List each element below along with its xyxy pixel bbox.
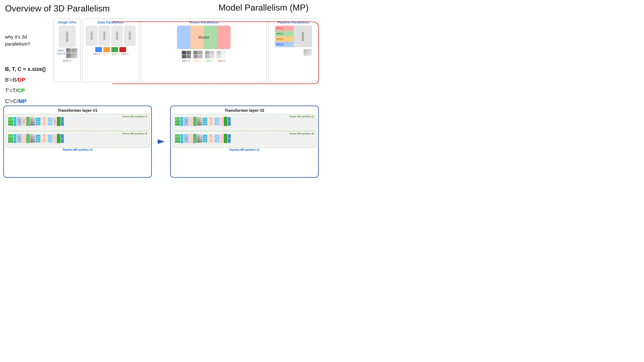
- single-gpu-model-card: Model: [59, 26, 76, 47]
- dropout-final-2: [53, 134, 56, 143]
- dp-model-2: Model: [111, 26, 123, 46]
- tp-partition-1-top: Tensor MP partition #1 Q K: [6, 114, 149, 130]
- dropout-final-1: Dropout: [53, 117, 56, 126]
- dp-model-0: Model: [86, 26, 97, 46]
- w-out-2: W: [61, 134, 64, 143]
- dense-1: [26, 117, 30, 126]
- single-gpu-diagram: Single GPU Model Batch(size 8) GPU 0: [54, 18, 80, 82]
- dense-out-1: [57, 117, 60, 126]
- tp-mini-3: [216, 51, 226, 58]
- tp-mini-2: [205, 51, 214, 58]
- single-gpu-title: Single GPU: [58, 20, 76, 24]
- dense-4: [193, 134, 197, 143]
- bottom-section: Transformer layer #1 Tensor MP partition…: [3, 106, 319, 178]
- dropout-4: [189, 134, 192, 143]
- w-out-3: W: [228, 117, 230, 126]
- tp-mini-matrices: [182, 51, 226, 58]
- v-output-blocks-2: V₁h₁ V₂h₂: [36, 135, 40, 142]
- math-line1: B, T, C = x.size(): [5, 66, 46, 72]
- tp-model-label: Model: [198, 35, 209, 40]
- dp-color-1: [103, 47, 110, 52]
- math-line4: C'=C/MP: [5, 96, 46, 107]
- batch-cell-1: [66, 48, 72, 53]
- transformer-layer-2: Transformer layer #2 Tensor MP partition…: [170, 106, 319, 178]
- pp-gpu1-label: GPU 1: [276, 38, 284, 40]
- tp-title: Tensor Parallelism: [189, 20, 218, 24]
- dense-out-3: [224, 117, 228, 126]
- batch-label: Batch(size 8): [57, 49, 66, 55]
- tp-seg-3: [217, 26, 230, 49]
- tp-gpu-2: GPU 2: [206, 59, 214, 62]
- dp-gpu-0: GPU 0: [93, 53, 100, 55]
- dp-gpu-labels: GPU 0 GPU 1 GPU 2 GPU 3: [93, 53, 128, 55]
- pp-model-label: Model: [301, 32, 305, 41]
- pp-gpu3-label: GPU 3: [276, 27, 284, 30]
- v-output-blocks: V₁h₁ V₂h₂: [36, 118, 40, 125]
- gelu-4: GELU↑+GELU↓: [208, 134, 214, 143]
- v1h1-block-2: V₁h₁: [36, 135, 40, 138]
- softmax-4: Softmax: [184, 134, 189, 143]
- v-final-blocks-3: V₁h₁ V₂h₂: [215, 118, 219, 125]
- v-output-blocks-4: V₁h₁ V₂h₂: [202, 135, 207, 142]
- input-matrix-4: [175, 134, 180, 143]
- dp-model-1: Model: [98, 26, 110, 46]
- dp-gpu-1: GPU 1: [102, 53, 110, 55]
- v-final-blocks-2: V₁h₁ V₂h₂: [48, 135, 52, 142]
- tp-partition-1-label-2: Tensor MP partition #1: [289, 115, 314, 118]
- dense-out-4: [224, 134, 228, 143]
- input-matrix-2: [8, 134, 13, 143]
- q-block-2: Q: [14, 134, 16, 137]
- tp-model-container: Model: [177, 26, 230, 49]
- dropout-3: [189, 117, 192, 126]
- tp-partition-1-layer2: Tensor MP partition #1 Q K V: [173, 114, 316, 130]
- tp-partition-2-label-2: Tensor MP partition #2: [289, 132, 314, 135]
- w-out-4: W: [228, 134, 230, 143]
- mid-matrix-1: [30, 117, 35, 125]
- tp-seg-0: [177, 26, 190, 49]
- single-gpu-label: GPU 0: [63, 59, 71, 62]
- mp-title: Model Parallelism (MP): [218, 2, 308, 12]
- k-block: K: [14, 120, 16, 123]
- question-text: why it's 3dparallelism?: [5, 33, 30, 48]
- math-line2: B'=B/DP: [5, 74, 46, 85]
- dp-color-0: [95, 47, 102, 52]
- pipeline-label-1: Pipeline MP partition #1: [6, 148, 149, 151]
- tp-partition-1-label: Tensor MP partition #1: [122, 115, 147, 118]
- v2h2-block-2: V₂h₂: [36, 139, 40, 142]
- tp-gpu-1: GPU 1: [194, 59, 202, 62]
- pp-model-card: Model: [294, 26, 312, 47]
- qkv-blocks-4: Q K V: [180, 134, 183, 143]
- qkv-blocks-2: Q K V: [14, 134, 16, 143]
- dropout-final-3: [220, 117, 223, 126]
- dp-model-3: Model: [124, 26, 136, 46]
- v-block-2: V: [14, 140, 16, 143]
- dp-models-row: Model Model Model Model: [86, 26, 136, 46]
- pipeline-label-2: Pipeline MP partition #2: [173, 148, 316, 151]
- tp-partition-2-layer2: Tensor MP partition #2 Q K V: [173, 131, 316, 147]
- dp-gpu-3: GPU 3: [121, 53, 128, 55]
- v-final-blocks-4: V₁h₁ V₂h₂: [215, 135, 219, 142]
- transformer-layer-1: Transformer layer #1 Tensor MP partition…: [3, 106, 152, 178]
- softmax-1: Softmax: [17, 117, 22, 126]
- dense-2: [26, 134, 30, 143]
- main-title: Overview of 3D Parallelism: [5, 3, 110, 13]
- tp-partition-2-top: Tensor MP partition #2 Q K V: [6, 131, 149, 147]
- tp-gpu-0: GPU 0: [182, 59, 190, 62]
- pp-gpu2-label: GPU 2: [276, 32, 284, 35]
- dp-gpu-2: GPU 2: [112, 53, 119, 55]
- math-block: B, T, C = x.size() B'=B/DP T'=T/CP C'=C/…: [5, 64, 46, 107]
- tp-gpu-3: GPU 3: [218, 59, 226, 62]
- mid-matrix-2: [30, 134, 35, 143]
- softmax-2: Softmax: [17, 134, 22, 143]
- v2h2-out: V₂h₂: [48, 122, 52, 125]
- input-matrix-3: [175, 117, 180, 125]
- gelu-3: GELU↑+GELU↓: [208, 117, 214, 126]
- data-parallelism-diagram: Data Parallelism Model Model Model Model…: [82, 18, 139, 82]
- pp-gpu0-label: GPU 0: [276, 43, 284, 46]
- dp-squares-row: [95, 47, 126, 52]
- mid-matrix-4: [197, 134, 202, 143]
- pp-title: Pipeline Parallelism: [278, 20, 309, 24]
- transformer-1-title: Transformer layer #1: [6, 108, 149, 113]
- transformer-2-title: Transformer layer #2: [173, 108, 316, 113]
- w-out-1: W: [61, 117, 64, 126]
